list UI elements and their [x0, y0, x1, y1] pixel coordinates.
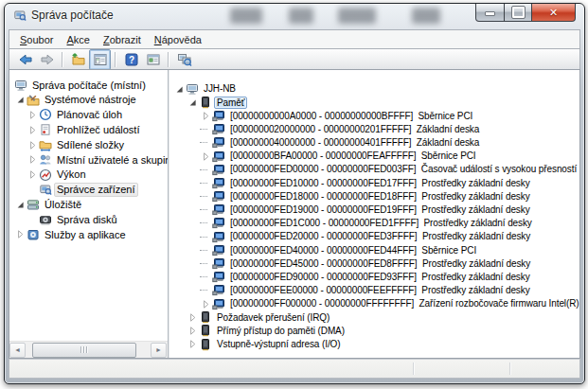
tree-connector: [200, 237, 207, 238]
console-window-button[interactable]: [142, 49, 164, 70]
computer-icon: [14, 79, 29, 92]
computer-management-window: Správa počítače ✕ SouborAkceZobrazitNápo…: [4, 3, 585, 384]
help-button[interactable]: ?: [120, 49, 142, 70]
tree-item[interactable]: Místní uživatelé a skupiny: [9, 152, 168, 168]
performance-icon: [39, 168, 54, 182]
device-icon: [212, 298, 227, 310]
scan-hardware-button[interactable]: [173, 49, 195, 70]
svg-text:?: ?: [128, 54, 134, 64]
help-icon: ?: [124, 52, 139, 67]
expand-arrow-icon[interactable]: [187, 340, 199, 348]
scrollbar-thumb[interactable]: [32, 343, 136, 358]
tree-item[interactable]: [00000000000A0000 - 00000000000BFFFF] Sb…: [169, 109, 579, 122]
tree-item[interactable]: [00000000FED00000 - 00000000FED003FF] Ča…: [169, 163, 579, 176]
tree-item[interactable]: [00000000FED1C000 - 00000000FED1FFFF] Pr…: [169, 217, 579, 230]
console-tree-panel: Správa počítače (místní)Systémové nástro…: [9, 70, 169, 358]
titlebar-glass-reflection: [412, 8, 440, 24]
tree-item-label: Výkon: [54, 168, 89, 182]
services-icon: [27, 228, 42, 241]
memory-icon: [199, 96, 214, 109]
device-icon: [212, 150, 227, 163]
tree-item[interactable]: [00000000FED20000 - 00000000FED3FFFF] Pr…: [169, 230, 579, 243]
tree-item[interactable]: Přímý přístup do paměti (DMA): [169, 324, 579, 337]
tree-item-label: Sdílené složky: [54, 138, 127, 152]
tree-item-label: [0000000020000000 - 00000000201FFFFF] Zá…: [227, 123, 482, 136]
expand-arrow-icon[interactable]: [200, 152, 212, 161]
export-list-button[interactable]: [67, 49, 89, 70]
titlebar[interactable]: Správa počítače ✕: [5, 4, 584, 29]
console-tree-button[interactable]: [89, 49, 111, 70]
collapse-arrow-icon[interactable]: [14, 96, 27, 104]
forward-button[interactable]: [36, 49, 58, 70]
tree-item[interactable]: Sdílené složky: [9, 137, 168, 152]
tree-item-label: [00000000FF000000 - 00000000FFFFFFFF] Za…: [227, 297, 579, 310]
menu-item-napoveda[interactable]: Nápověda: [148, 32, 208, 47]
tree-item[interactable]: Paměť: [169, 96, 579, 109]
client-area: Správa počítače (místní)Systémové nástro…: [9, 69, 580, 359]
back-button[interactable]: [14, 49, 36, 70]
minimize-button[interactable]: [475, 4, 505, 22]
tree-item[interactable]: Správa počítače (místní): [9, 78, 168, 93]
tree-item[interactable]: [00000000BFA00000 - 00000000FEAFFFFF] Sb…: [169, 150, 579, 163]
tree-item[interactable]: [0000000020000000 - 00000000201FFFFF] Zá…: [169, 123, 579, 136]
scroll-left-button[interactable]: ◄: [9, 343, 26, 358]
tree-item[interactable]: [00000000FED40000 - 00000000FED44FFF] Sb…: [169, 243, 579, 256]
menu-item-akce[interactable]: Akce: [60, 32, 96, 47]
expand-arrow-icon[interactable]: [27, 170, 39, 179]
device-icon: [212, 271, 227, 283]
tree-item[interactable]: [00000000FF000000 - 00000000FFFFFFFF] Za…: [169, 297, 579, 310]
collapse-arrow-icon[interactable]: [187, 98, 199, 107]
tree-item[interactable]: [00000000FED10000 - 00000000FED17FFF] Pr…: [169, 176, 579, 189]
expand-arrow-icon[interactable]: [27, 126, 39, 134]
device-manager-icon: [39, 183, 54, 196]
menu-bar: SouborAkceZobrazitNápověda: [9, 29, 580, 48]
tree-item[interactable]: Správce zařízení: [9, 183, 168, 198]
expand-arrow-icon[interactable]: [187, 313, 199, 322]
tree-item[interactable]: Požadavek přerušení (IRQ): [169, 310, 579, 324]
expand-arrow-icon[interactable]: [200, 300, 212, 309]
tree-item[interactable]: [00000000FED90000 - 00000000FED93FFF] Pr…: [169, 271, 579, 284]
horizontal-scrollbar[interactable]: ◄ ►: [9, 341, 168, 358]
tree-connector: [200, 263, 207, 264]
tree-item[interactable]: [0000000040000000 - 00000000401FFFFF] Zá…: [169, 136, 579, 150]
tree-item[interactable]: Služby a aplikace: [9, 227, 168, 242]
expand-arrow-icon[interactable]: [27, 155, 39, 164]
statusbar-divider: [509, 362, 511, 375]
menu-item-zobrazit[interactable]: Zobrazit: [97, 32, 148, 47]
back-icon: [18, 52, 33, 67]
tree-item[interactable]: JJH-NB: [169, 82, 579, 96]
tree-item[interactable]: [00000000FED19000 - 00000000FED19FFF] Pr…: [169, 203, 579, 217]
tree-item-label: Místní uživatelé a skupiny: [54, 153, 169, 168]
maximize-button[interactable]: [505, 4, 531, 22]
console-tree-icon: [93, 52, 108, 67]
expand-arrow-icon[interactable]: [27, 111, 39, 119]
tree-item-label: [00000000FED45000 - 00000000FED8FFFF] Pr…: [227, 257, 533, 271]
toolbar-separator: [168, 52, 169, 67]
tree-item[interactable]: Systémové nástroje: [9, 93, 168, 108]
tree-item[interactable]: [00000000FEE00000 - 00000000FEEFFFFF] Pr…: [169, 284, 579, 297]
local-users-icon: [39, 153, 54, 167]
tree-item[interactable]: Výkon: [9, 168, 168, 183]
tree-item[interactable]: Správa disků: [9, 212, 168, 227]
tree-item[interactable]: [00000000FED18000 - 00000000FED18FFF] Pr…: [169, 190, 579, 203]
tree-item-label: Požadavek přerušení (IRQ): [214, 311, 332, 325]
collapse-arrow-icon[interactable]: [14, 201, 27, 209]
expand-arrow-icon[interactable]: [187, 327, 199, 335]
expand-arrow-icon[interactable]: [27, 141, 39, 150]
tree-item-label: Paměť: [214, 97, 247, 110]
collapse-arrow-icon[interactable]: [173, 85, 186, 94]
tree-item[interactable]: [00000000FED45000 - 00000000FED8FFFF] Pr…: [169, 256, 579, 270]
tree-item[interactable]: Úložiště: [9, 197, 168, 212]
tree-item[interactable]: Vstupně-výstupní adresa (I/O): [169, 338, 579, 351]
tree-connector: [200, 142, 207, 143]
export-list-icon: [71, 52, 86, 67]
tree-item[interactable]: Prohlížeč událostí: [9, 122, 168, 137]
expand-arrow-icon[interactable]: [200, 112, 212, 120]
tree-item-label: Plánovač úloh: [54, 108, 125, 122]
tree-connector: [200, 276, 207, 277]
tree-item[interactable]: Plánovač úloh: [9, 108, 168, 123]
expand-arrow-icon[interactable]: [14, 230, 27, 239]
scroll-right-button[interactable]: ►: [151, 343, 167, 358]
close-button[interactable]: ✕: [531, 4, 576, 22]
menu-item-soubor[interactable]: Soubor: [13, 32, 60, 47]
